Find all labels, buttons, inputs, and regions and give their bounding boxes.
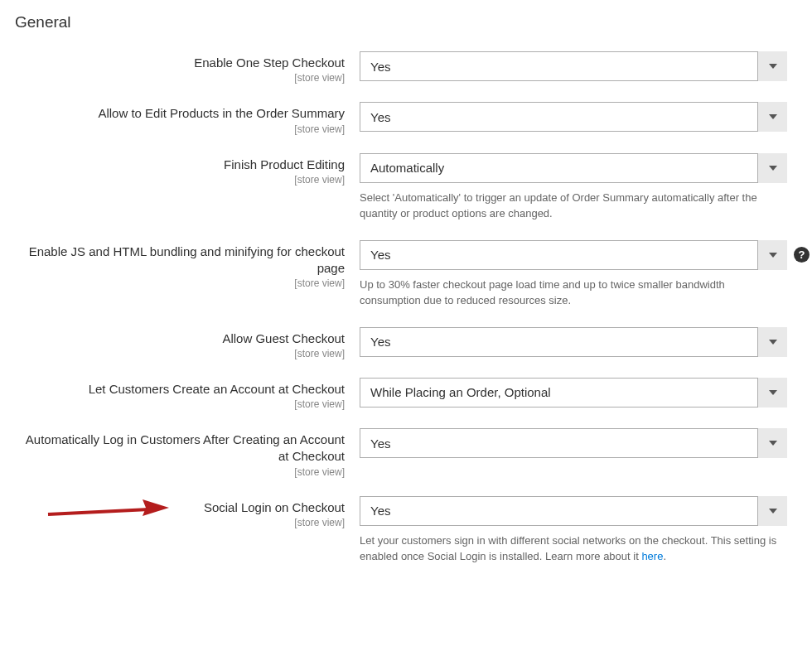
field-enable-one-step-checkout: Enable One Step Checkout [store view] Ye… bbox=[13, 51, 799, 84]
select-social-login[interactable]: Yes bbox=[360, 496, 787, 526]
field-allow-guest-checkout: Allow Guest Checkout [store view] Yes bbox=[13, 327, 799, 359]
chevron-down-icon bbox=[757, 51, 787, 81]
value-col: Yes Up to 30% faster checkout page load … bbox=[360, 240, 787, 309]
label-col: Automatically Log in Customers After Cre… bbox=[13, 428, 360, 478]
label-col: Allow to Edit Products in the Order Summ… bbox=[13, 102, 360, 134]
label-col: Finish Product Editing [store view] bbox=[13, 153, 360, 186]
field-scope: [store view] bbox=[13, 123, 345, 135]
field-scope: [store view] bbox=[13, 174, 345, 186]
help-icon[interactable]: ? bbox=[794, 247, 810, 263]
field-create-account-at-checkout: Let Customers Create an Account at Check… bbox=[13, 378, 799, 410]
select-bundling[interactable]: Yes bbox=[360, 240, 787, 270]
chevron-down-icon bbox=[757, 240, 787, 270]
note-link-here[interactable]: here bbox=[641, 550, 663, 562]
field-scope: [store view] bbox=[13, 517, 345, 528]
select-value: Yes bbox=[370, 248, 390, 262]
field-label: Finish Product Editing bbox=[224, 157, 345, 173]
section-title: General bbox=[13, 10, 799, 31]
field-social-login-on-checkout: Social Login on Checkout [store view] Ye… bbox=[13, 496, 799, 565]
chevron-down-icon bbox=[757, 428, 787, 458]
field-allow-edit-products: Allow to Edit Products in the Order Summ… bbox=[13, 102, 799, 134]
label-col: Enable One Step Checkout [store view] bbox=[13, 51, 360, 84]
field-scope: [store view] bbox=[13, 466, 345, 478]
value-col: While Placing an Order, Optional bbox=[360, 378, 787, 407]
field-scope: [store view] bbox=[13, 398, 345, 410]
chevron-down-icon bbox=[757, 153, 787, 183]
select-value: Yes bbox=[370, 110, 390, 124]
select-allow-edit[interactable]: Yes bbox=[360, 102, 787, 132]
value-col: Yes Let your customers sign in with diff… bbox=[360, 496, 787, 565]
field-label: Let Customers Create an Account at Check… bbox=[89, 381, 345, 398]
select-enable-osc[interactable]: Yes bbox=[360, 51, 787, 81]
field-scope: [store view] bbox=[13, 277, 345, 289]
value-col: Yes bbox=[360, 428, 787, 458]
value-col: Automatically Select 'Automatically' to … bbox=[360, 153, 787, 222]
note-suffix: . bbox=[663, 550, 666, 562]
field-label: Enable JS and HTML bundling and minifyin… bbox=[13, 244, 345, 277]
select-value: Yes bbox=[370, 60, 390, 74]
label-col: Enable JS and HTML bundling and minifyin… bbox=[13, 240, 360, 290]
field-auto-login-after-create: Automatically Log in Customers After Cre… bbox=[13, 428, 799, 478]
label-col: Allow Guest Checkout [store view] bbox=[13, 327, 360, 359]
select-guest-checkout[interactable]: Yes bbox=[360, 327, 787, 357]
field-label: Enable One Step Checkout bbox=[194, 55, 345, 71]
field-scope: [store view] bbox=[13, 72, 345, 84]
chevron-down-icon bbox=[757, 378, 787, 407]
select-create-account[interactable]: While Placing an Order, Optional bbox=[360, 378, 787, 407]
label-col: Social Login on Checkout [store view] bbox=[13, 496, 360, 528]
field-scope: [store view] bbox=[13, 348, 345, 359]
value-col: Yes bbox=[360, 51, 787, 81]
value-col: Yes bbox=[360, 327, 787, 357]
field-label: Allow to Edit Products in the Order Summ… bbox=[98, 105, 345, 122]
field-label: Allow Guest Checkout bbox=[222, 330, 345, 347]
select-finish-edit[interactable]: Automatically bbox=[360, 153, 787, 183]
field-label: Automatically Log in Customers After Cre… bbox=[13, 432, 345, 465]
field-label: Social Login on Checkout bbox=[204, 499, 345, 516]
chevron-down-icon bbox=[757, 102, 787, 132]
chevron-down-icon bbox=[757, 496, 787, 526]
chevron-down-icon bbox=[757, 327, 787, 357]
field-note: Let your customers sign in with differen… bbox=[360, 533, 787, 565]
select-value: Yes bbox=[370, 504, 390, 518]
select-value: Yes bbox=[370, 436, 390, 451]
select-value: While Placing an Order, Optional bbox=[370, 385, 551, 399]
field-js-html-bundling: Enable JS and HTML bundling and minifyin… bbox=[13, 240, 799, 309]
select-value: Automatically bbox=[370, 161, 444, 175]
select-value: Yes bbox=[370, 335, 390, 349]
field-finish-product-editing: Finish Product Editing [store view] Auto… bbox=[13, 153, 799, 222]
field-note: Up to 30% faster checkout page load time… bbox=[360, 277, 787, 309]
note-text: Let your customers sign in with differen… bbox=[360, 534, 776, 563]
value-col: Yes bbox=[360, 102, 787, 132]
select-auto-login[interactable]: Yes bbox=[360, 428, 787, 458]
field-note: Select 'Automatically' to trigger an upd… bbox=[360, 190, 787, 222]
label-col: Let Customers Create an Account at Check… bbox=[13, 378, 360, 410]
